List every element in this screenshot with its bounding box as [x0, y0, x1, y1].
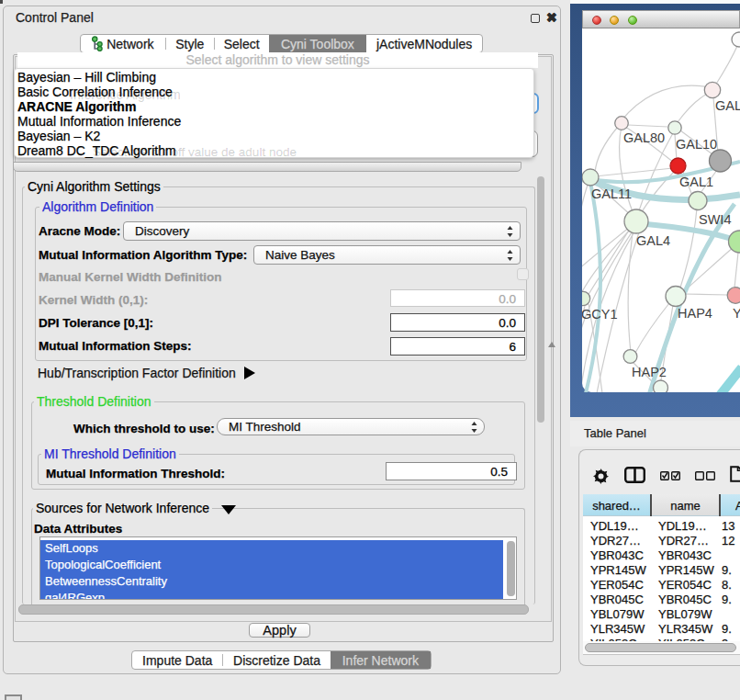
- svg-text:GAL80: GAL80: [623, 130, 665, 145]
- svg-text:GCY1: GCY1: [582, 307, 618, 322]
- svg-text:GAL1: GAL1: [679, 175, 713, 189]
- svg-text:GAL10: GAL10: [676, 137, 717, 152]
- svg-text:SWI4: SWI4: [699, 212, 731, 227]
- svg-text:YER: YER: [733, 306, 740, 321]
- svg-text:GAL4: GAL4: [636, 233, 670, 248]
- svg-text:GAL11: GAL11: [591, 186, 632, 201]
- svg-text:HAP4: HAP4: [678, 306, 712, 321]
- svg-text:HAP2: HAP2: [632, 365, 667, 379]
- svg-text:GAL7: GAL7: [715, 98, 740, 113]
